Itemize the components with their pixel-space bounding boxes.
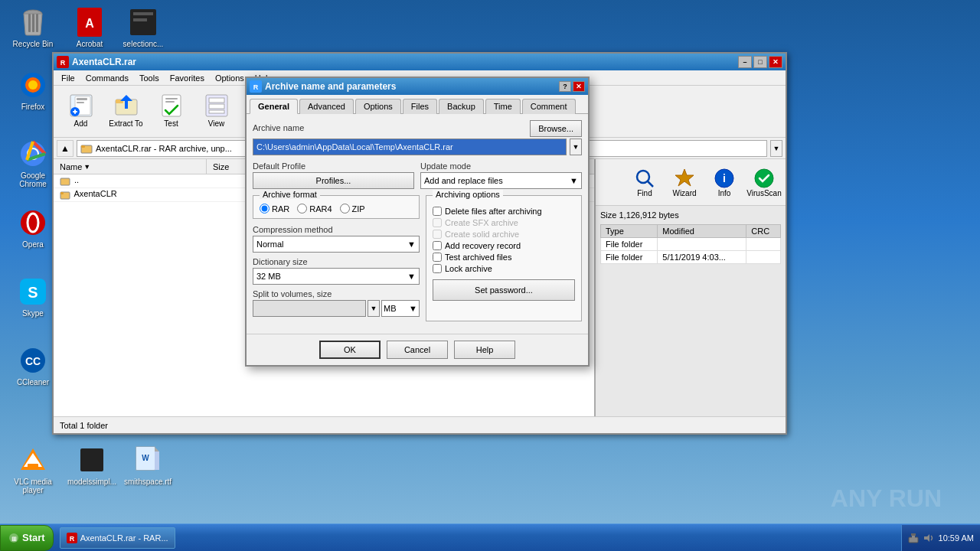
anyrun-watermark: ANY RUN	[831, 484, 942, 513]
dialog-help-btn[interactable]: ?	[559, 81, 571, 92]
ccleaner-icon-img: CC	[17, 344, 49, 377]
models-label: modelssimpl...	[67, 478, 116, 486]
dictionary-size-dropdown[interactable]: 32 MB ▼	[253, 268, 420, 285]
compression-method-label: Compression method	[253, 225, 420, 234]
dialog-title: Archive name and parameters	[265, 81, 559, 92]
profile-col: Default Profile Profiles...	[253, 161, 414, 189]
svg-rect-68	[911, 533, 916, 536]
archive-format-label: Archive format	[260, 190, 320, 199]
chrome-icon-img	[17, 138, 49, 170]
cancel-button[interactable]: Cancel	[387, 341, 448, 359]
desktop: Recycle Bin A Acrobat selectionc...	[0, 0, 980, 551]
split-unit-dropdown[interactable]: MB ▼	[381, 300, 420, 317]
system-clock[interactable]: 10:59 AM	[939, 533, 974, 543]
dialog-title-controls: ? ✕	[559, 81, 585, 92]
archive-name-input[interactable]	[253, 139, 567, 155]
desktop-icon-models[interactable]: modelssimpl...	[65, 444, 119, 486]
vlc-icon-img	[17, 444, 49, 476]
default-profile-label: Default Profile	[253, 161, 414, 171]
archiving-options-list: Delete files after archiving Create SFX …	[433, 207, 575, 273]
option-create-sfx[interactable]: Create SFX archive	[433, 218, 575, 227]
ok-button[interactable]: OK	[319, 341, 381, 359]
svg-text:S: S	[28, 284, 38, 301]
smithspace-icon-img: W	[132, 444, 164, 476]
taskbar-winrar-icon: R	[67, 533, 77, 543]
models-icon-img	[76, 444, 108, 476]
acrobat-icon: A	[74, 6, 106, 38]
taskbar: ⊞ Start R AxentaCLR.rar - RAR...	[0, 523, 980, 551]
desktop-icon-vlc[interactable]: VLC media player	[6, 444, 60, 494]
desktop-icon-smithspace[interactable]: W smithspace.rtf	[121, 444, 175, 486]
svg-rect-7	[133, 12, 153, 15]
taskbar-winrar-item[interactable]: R AxentaCLR.rar - RAR...	[60, 527, 175, 549]
smithspace-label: smithspace.rtf	[124, 478, 172, 486]
radio-rar4[interactable]: RAR4	[297, 204, 332, 214]
browse-button[interactable]: Browse...	[530, 120, 582, 137]
tab-time[interactable]: Time	[485, 99, 521, 114]
split-size-dropdown-up[interactable]: ▼	[368, 300, 380, 317]
archive-name-group: Archive name Browse... ▼	[253, 120, 582, 155]
archive-format-radio-group: RAR RAR4 ZIP	[260, 204, 413, 214]
compression-row: Compression method Normal ▼	[253, 225, 420, 253]
option-add-recovery[interactable]: Add recovery record	[433, 241, 575, 250]
format-options-row: Archive format RAR RAR4	[253, 195, 582, 321]
recycle-bin-icon	[17, 6, 49, 38]
option-create-solid[interactable]: Create solid archive	[433, 230, 575, 239]
update-mode-label: Update mode	[420, 161, 582, 171]
update-mode-dropdown[interactable]: Add and replace files ▼	[420, 172, 582, 189]
svg-rect-2	[32, 14, 34, 32]
format-compression-col: Archive format RAR RAR4	[253, 195, 420, 321]
desktop-icon-acrobat[interactable]: A Acrobat	[63, 6, 116, 48]
selection-label: selectionc...	[123, 40, 164, 48]
svg-text:CC: CC	[25, 355, 41, 367]
svg-rect-27	[155, 452, 159, 470]
set-password-button[interactable]: Set password...	[433, 279, 575, 301]
firefox-label: Firefox	[21, 103, 45, 111]
split-volumes-label: Split to volumes, size	[253, 289, 420, 298]
start-icon: ⊞	[8, 533, 19, 543]
svg-text:R: R	[69, 535, 74, 543]
selection-icon-img	[127, 6, 159, 38]
tab-advanced[interactable]: Advanced	[299, 99, 354, 114]
volume-icon	[923, 533, 934, 543]
tab-options[interactable]: Options	[355, 99, 401, 114]
archive-name-dropdown[interactable]: ▼	[570, 139, 582, 155]
dialog-close-btn[interactable]: ✕	[573, 81, 585, 92]
radio-rar[interactable]: RAR	[260, 204, 289, 214]
time-display: 10:59 AM	[939, 533, 974, 543]
skype-icon-img: S	[17, 276, 49, 308]
firefox-icon-img	[17, 69, 49, 101]
tab-general[interactable]: General	[250, 99, 298, 114]
profiles-button[interactable]: Profiles...	[253, 172, 414, 189]
network-icon	[908, 533, 919, 543]
svg-point-11	[28, 80, 38, 90]
tab-files[interactable]: Files	[403, 99, 437, 114]
split-input-group: ▼ MB ▼	[253, 300, 420, 317]
opera-label: Opera	[22, 240, 44, 249]
tab-comment[interactable]: Comment	[522, 99, 576, 114]
dictionary-size-label: Dictionary size	[253, 257, 420, 266]
svg-rect-24	[80, 448, 103, 471]
split-size-input[interactable]	[253, 300, 366, 317]
option-lock-archive[interactable]: Lock archive	[433, 264, 575, 273]
option-delete-files[interactable]: Delete files after archiving	[433, 207, 575, 216]
compression-method-dropdown[interactable]: Normal ▼	[253, 236, 420, 253]
dialog-buttons: OK Cancel Help	[247, 334, 588, 365]
start-button[interactable]: ⊞ Start	[0, 525, 54, 551]
desktop-icon-recycle-bin[interactable]: Recycle Bin	[6, 6, 60, 48]
radio-zip[interactable]: ZIP	[340, 204, 365, 214]
dictionary-row: Dictionary size 32 MB ▼	[253, 257, 420, 285]
help-dialog-button[interactable]: Help	[454, 341, 515, 359]
tab-backup[interactable]: Backup	[439, 99, 484, 114]
set-password-container: Set password...	[433, 279, 575, 301]
split-row: Split to volumes, size ▼ MB ▼	[253, 289, 420, 317]
svg-rect-1	[28, 14, 31, 32]
svg-rect-23	[28, 464, 38, 468]
option-test-archived[interactable]: Test archived files	[433, 253, 575, 262]
dialog-tabs: General Advanced Options Files Backup Ti…	[247, 95, 588, 114]
vlc-label: VLC media player	[6, 478, 60, 494]
svg-text:W: W	[142, 454, 149, 462]
update-mode-col: Update mode Add and replace files ▼	[420, 161, 582, 189]
dialog-icon: R	[250, 80, 262, 93]
desktop-icon-selection[interactable]: selectionc...	[116, 6, 170, 48]
